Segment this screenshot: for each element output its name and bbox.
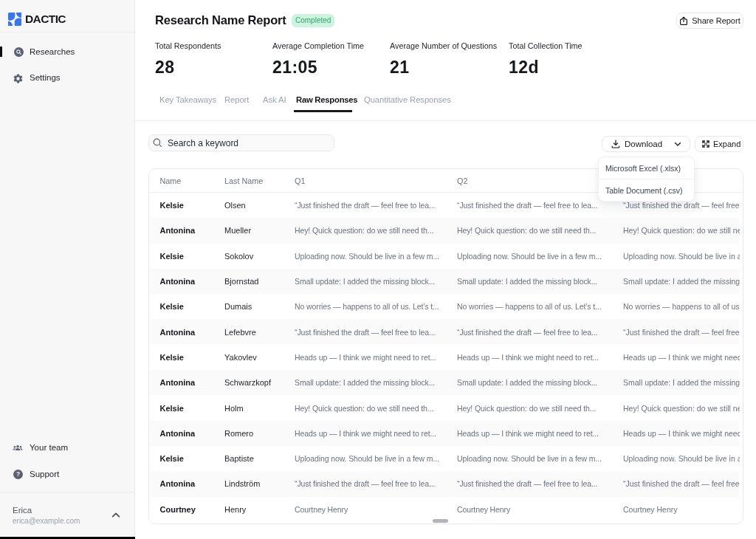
svg-text:?: ? (16, 470, 20, 478)
